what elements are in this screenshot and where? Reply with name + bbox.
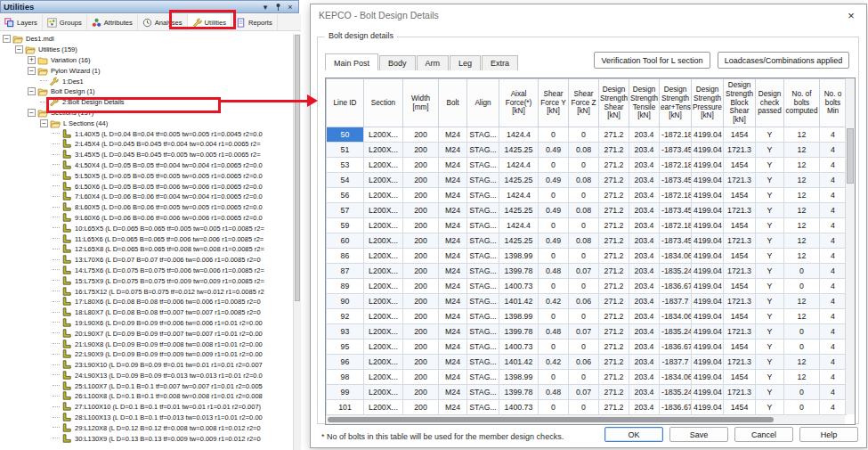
- dialog-titlebar[interactable]: KEPCO - Bolt Design Details ×: [311, 4, 866, 26]
- tab-main-post[interactable]: Main Post: [325, 53, 378, 70]
- table-cell[interactable]: 200: [403, 233, 439, 249]
- tree-expand-collapse-box[interactable]: −: [28, 109, 36, 117]
- table-cell[interactable]: 0: [784, 279, 820, 294]
- table-cell[interactable]: 0.07: [569, 385, 599, 400]
- table-cell[interactable]: 203.4: [629, 340, 660, 355]
- table-cell[interactable]: 57: [327, 203, 364, 218]
- table-cell[interactable]: 99: [327, 385, 364, 400]
- table-cell[interactable]: 4199.04: [692, 370, 724, 385]
- column-header-shear-force-z[interactable]: Shear Force Z [kN]: [569, 79, 599, 127]
- table-cell[interactable]: 1398.99: [499, 249, 539, 264]
- table-cell[interactable]: 271.2: [599, 400, 629, 415]
- tree-item-17-l80x6-l-d-0-08-b-0-08-tf-0-006-tw-0-006[interactable]: 17:L80X6 (L D=0.08 B=0.08 tf=0.006 tw=0.…: [1, 297, 293, 307]
- table-cell[interactable]: L200X...: [364, 264, 403, 279]
- tab-groups[interactable]: Groups: [43, 14, 87, 30]
- table-cell[interactable]: 1424.4: [499, 188, 539, 203]
- table-cell[interactable]: 0: [569, 249, 599, 264]
- table-cell[interactable]: 0: [784, 340, 820, 355]
- table-cell[interactable]: 203.4: [629, 218, 660, 233]
- table-cell[interactable]: 0.42: [539, 355, 569, 370]
- table-cell[interactable]: 200: [403, 173, 439, 188]
- table-cell[interactable]: -1834.06: [660, 309, 692, 324]
- table-cell[interactable]: STAG...: [467, 370, 499, 385]
- table-vertical-scrollbar[interactable]: [845, 78, 855, 414]
- table-cell[interactable]: 271.2: [599, 218, 629, 233]
- tree-item-14-l75x6-l-d-0-075-b-0-075-tf-0-006-tw-0-0[interactable]: 14:L75X6 (L D=0.075 B=0.075 tf=0.006 tw=…: [1, 266, 293, 276]
- table-cell[interactable]: 4: [820, 158, 847, 173]
- table-cell[interactable]: STAG...: [467, 385, 499, 400]
- table-cell[interactable]: 1454: [724, 249, 756, 264]
- table-cell[interactable]: 0.06: [569, 294, 599, 309]
- table-cell[interactable]: 56: [327, 188, 364, 203]
- column-header-design-strength[interactable]: Design Strength Block Shear [kN]: [724, 79, 756, 127]
- table-cell[interactable]: 4199.04: [692, 188, 724, 203]
- table-cell[interactable]: L200X...: [364, 294, 403, 309]
- table-cell[interactable]: 200: [403, 370, 439, 385]
- table-cell[interactable]: 0: [539, 279, 569, 294]
- table-cell[interactable]: 1454: [724, 279, 756, 294]
- table-cell[interactable]: 271.2: [599, 370, 629, 385]
- table-cell[interactable]: STAG...: [467, 173, 499, 188]
- table-cell[interactable]: 0.07: [569, 324, 599, 340]
- tree-item-1-des1[interactable]: 1:Des1: [1, 76, 293, 86]
- table-cell[interactable]: 203.4: [629, 249, 660, 264]
- table-cell[interactable]: 203.4: [629, 385, 660, 400]
- table-cell[interactable]: 4: [820, 188, 847, 203]
- tree-item-21-l90x8-l-d-0-09-b-0-09-tf-0-008-tw-0-008[interactable]: 21:L90X8 (L D=0.09 B=0.09 tf=0.008 tw=0.…: [1, 339, 293, 349]
- table-cell[interactable]: 1454: [724, 309, 756, 324]
- table-cell[interactable]: M24: [439, 294, 467, 309]
- table-horizontal-scrollbar[interactable]: [326, 414, 845, 424]
- table-cell[interactable]: 4: [820, 249, 847, 264]
- table-cell[interactable]: 200: [403, 203, 439, 218]
- table-cell[interactable]: 203.4: [629, 400, 660, 415]
- table-cell[interactable]: 4199.04: [692, 324, 724, 340]
- table-horizontal-scrollbar-thumb[interactable]: [328, 417, 774, 422]
- table-cell[interactable]: 271.2: [599, 203, 629, 218]
- table-cell[interactable]: L200X...: [364, 385, 403, 400]
- table-cell[interactable]: L200X...: [364, 127, 403, 143]
- table-cell[interactable]: 4: [820, 340, 847, 355]
- column-header-aixal-force[interactable]: Aixal Force(*) [kN]: [499, 79, 539, 127]
- table-cell[interactable]: 0: [569, 400, 599, 415]
- table-cell[interactable]: M24: [439, 400, 467, 415]
- table-cell[interactable]: Y: [756, 400, 784, 415]
- tree-expand-collapse-box[interactable]: −: [15, 45, 23, 53]
- table-cell[interactable]: 271.2: [599, 355, 629, 370]
- table-cell[interactable]: 271.2: [599, 127, 629, 143]
- table-cell[interactable]: L200X...: [364, 233, 403, 249]
- table-cell[interactable]: M24: [439, 249, 467, 264]
- table-cell[interactable]: 1399.78: [499, 385, 539, 400]
- table-cell[interactable]: 50: [327, 127, 364, 143]
- table-cell[interactable]: M24: [439, 324, 467, 340]
- column-header-no-o-bolts[interactable]: No. o bolts Min: [820, 79, 847, 127]
- table-cell[interactable]: M24: [439, 233, 467, 249]
- table-cell[interactable]: 0.07: [569, 264, 599, 279]
- table-cell[interactable]: 98: [327, 370, 364, 385]
- table-cell[interactable]: 0: [784, 385, 820, 400]
- table-cell[interactable]: M24: [439, 355, 467, 370]
- table-cell[interactable]: 203.4: [629, 324, 660, 340]
- tree-scrollbar-thumb[interactable]: [295, 35, 300, 301]
- tree-item-pylon-wizard-1[interactable]: −Pylon Wizard (1): [1, 65, 293, 76]
- table-cell[interactable]: 200: [403, 143, 439, 158]
- table-cell[interactable]: L200X...: [364, 340, 403, 355]
- table-cell[interactable]: -1873.45: [660, 233, 692, 249]
- table-cell[interactable]: STAG...: [467, 340, 499, 355]
- tree-item-1-l40x5-l-d-0-04-b-0-04-tf-0-005-tw-0-005-[interactable]: 1:L40X5 (L D=0.04 B=0.04 tf=0.005 tw=0.0…: [1, 128, 293, 139]
- table-cell[interactable]: 271.2: [599, 294, 629, 309]
- tree-item-12-l65x8-l-d-0-065-b-0-065-tf-0-008-tw-0-0[interactable]: 12:L65X8 (L D=0.065 B=0.065 tf=0.008 tw=…: [1, 244, 293, 255]
- table-cell[interactable]: STAG...: [467, 249, 499, 264]
- column-header-align[interactable]: Align: [467, 79, 499, 127]
- table-cell[interactable]: 12: [784, 370, 820, 385]
- column-header-line-id[interactable]: Line ID: [327, 79, 364, 127]
- table-cell[interactable]: 203.4: [629, 233, 660, 249]
- table-cell[interactable]: M24: [439, 309, 467, 324]
- table-cell[interactable]: 271.2: [599, 309, 629, 324]
- table-cell[interactable]: 203.4: [629, 173, 660, 188]
- table-cell[interactable]: -1872.18: [660, 188, 692, 203]
- table-cell[interactable]: 1721.3: [724, 173, 756, 188]
- table-cell[interactable]: 200: [403, 400, 439, 415]
- table-cell[interactable]: 1425.25: [499, 233, 539, 249]
- table-cell[interactable]: 4199.04: [692, 143, 724, 158]
- tree-scrollbar[interactable]: [293, 34, 301, 450]
